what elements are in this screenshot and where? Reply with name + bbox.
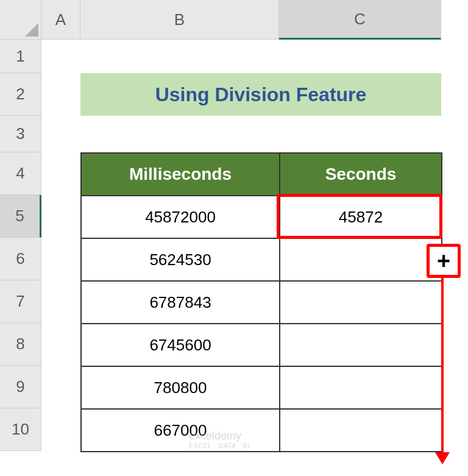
table-row: 667000 — [81, 409, 442, 452]
column-headers: A B C — [41, 0, 441, 40]
fill-handle[interactable]: + — [427, 244, 461, 278]
title-banner: Using Division Feature — [80, 73, 441, 116]
watermark: exceldemy EXCEL · DATA · BI — [189, 430, 250, 449]
col-header-a[interactable]: A — [41, 0, 80, 40]
table-row: 45872000 45872 — [81, 196, 442, 238]
cell-c8[interactable] — [280, 324, 442, 366]
header-milliseconds[interactable]: Milliseconds — [81, 153, 280, 196]
cell-b8[interactable]: 6745600 — [81, 324, 280, 366]
watermark-main: exceldemy — [189, 430, 241, 442]
row-header-9[interactable]: 9 — [0, 366, 41, 408]
row-header-2[interactable]: 2 — [0, 73, 41, 116]
cell-b6[interactable]: 5624530 — [81, 238, 280, 281]
col-header-b[interactable]: B — [80, 0, 279, 40]
table-row: 6787843 — [81, 281, 442, 324]
cell-c6[interactable] — [280, 238, 442, 281]
cell-c10[interactable] — [280, 409, 442, 452]
row-header-5[interactable]: 5 — [0, 195, 41, 238]
cell-c9[interactable] — [280, 366, 442, 409]
watermark-sub: EXCEL · DATA · BI — [189, 442, 250, 449]
cell-c5[interactable]: 45872 — [280, 196, 442, 238]
cell-b7[interactable]: 6787843 — [81, 281, 280, 324]
select-all-triangle[interactable] — [0, 0, 41, 40]
drag-arrow — [441, 278, 444, 455]
row-header-7[interactable]: 7 — [0, 280, 41, 323]
row-header-8[interactable]: 8 — [0, 323, 41, 366]
cell-c7[interactable] — [280, 281, 442, 324]
row-headers: 1 2 3 4 5 6 7 8 9 10 — [0, 40, 41, 451]
row-header-3[interactable]: 3 — [0, 116, 41, 152]
cell-b9[interactable]: 780800 — [81, 366, 280, 409]
col-header-c[interactable]: C — [279, 0, 441, 40]
row-header-1[interactable]: 1 — [0, 40, 41, 73]
table-header-row: Milliseconds Seconds — [81, 153, 442, 196]
cell-b5[interactable]: 45872000 — [81, 196, 280, 238]
row-header-10[interactable]: 10 — [0, 408, 41, 451]
data-table: Milliseconds Seconds 45872000 45872 5624… — [80, 152, 442, 452]
title-text: Using Division Feature — [155, 83, 367, 106]
table-row: 780800 — [81, 366, 442, 409]
header-seconds[interactable]: Seconds — [280, 153, 442, 196]
table-row: 5624530 — [81, 238, 442, 281]
data-table-container: Milliseconds Seconds 45872000 45872 5624… — [80, 152, 442, 452]
row-header-4[interactable]: 4 — [0, 152, 41, 195]
row-header-6[interactable]: 6 — [0, 238, 41, 280]
table-row: 6745600 — [81, 324, 442, 366]
